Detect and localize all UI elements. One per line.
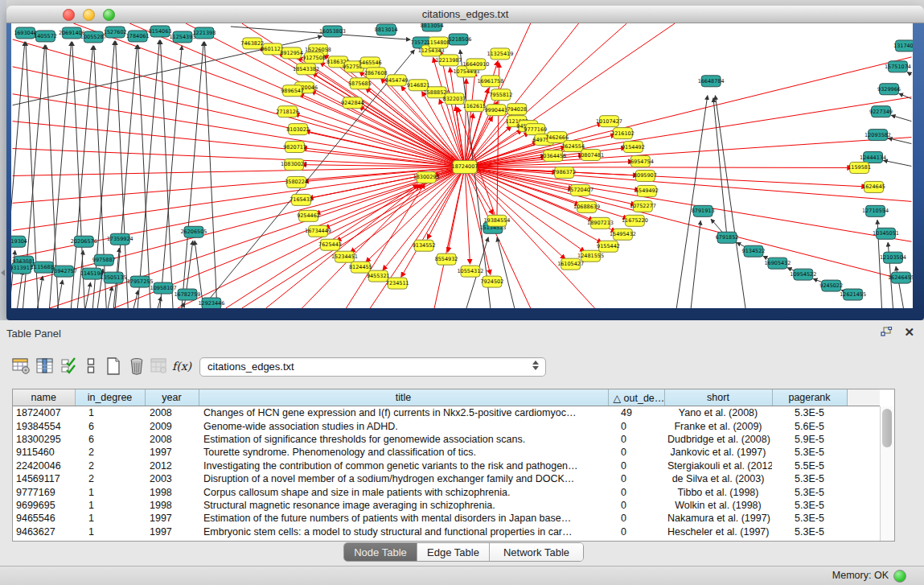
function-builder-button[interactable]: f(x) xyxy=(170,354,193,378)
cell-short[interactable]: Franke et al. (2009) xyxy=(664,419,772,432)
cell-title[interactable]: Tourette syndrome. Phenomenology and cla… xyxy=(199,446,608,459)
cell-year[interactable]: 2009 xyxy=(145,419,199,432)
cell-title[interactable]: Changes of HCN gene expression and I(f) … xyxy=(199,406,608,420)
cell-title[interactable]: Corpus callosum shape and size in male p… xyxy=(199,485,608,498)
cell-short[interactable]: Hescheler et al. (1997) xyxy=(664,525,772,538)
cell-short[interactable]: Stergiakouli et al. (2012) xyxy=(664,459,772,472)
cell-in_degree[interactable]: 1 xyxy=(75,512,145,525)
cell-name[interactable]: 14569117 xyxy=(13,472,75,485)
compact-view-button[interactable] xyxy=(84,354,98,378)
cell-pagerank[interactable]: 5.3E-5 xyxy=(772,446,847,459)
cell-out_de[interactable]: 0 xyxy=(608,446,664,459)
cell-year[interactable]: 1997 xyxy=(145,512,199,525)
window-titlebar[interactable]: citations_edges.txt xyxy=(6,6,924,23)
cell-out_de[interactable]: 49 xyxy=(608,406,664,420)
cell-name[interactable]: 9777169 xyxy=(13,485,75,498)
close-panel-button[interactable]: ✕ xyxy=(904,326,914,338)
table-row[interactable]: 946554611997Estimation of the future num… xyxy=(13,512,880,525)
table-row[interactable]: 1938455462009Genome‑wide association stu… xyxy=(13,419,880,432)
table-row[interactable]: 946362711997Embryonic stem cells: a mode… xyxy=(13,525,880,538)
cell-name[interactable]: 18724007 xyxy=(13,406,75,420)
cell-name[interactable]: 18300295 xyxy=(13,433,75,446)
column-select-button[interactable] xyxy=(34,354,56,378)
cell-short[interactable]: de Silva et al. (2003) xyxy=(664,472,772,485)
cell-name[interactable]: 9465546 xyxy=(13,512,75,525)
table-row[interactable]: 2242004622012Investigating the contribut… xyxy=(13,459,880,472)
cell-title[interactable]: Disruption of a novel member of a sodium… xyxy=(199,472,608,485)
cell-pagerank[interactable]: 5.3E-5 xyxy=(772,499,847,512)
cell-in_degree[interactable]: 2 xyxy=(75,446,145,459)
cell-short[interactable]: Jankovic et al. (1997) xyxy=(664,446,772,459)
cell-short[interactable]: Nakamura et al. (1997) xyxy=(664,512,772,525)
cell-short[interactable]: Dudbridge et al. (2008) xyxy=(664,433,772,446)
network-canvas[interactable]: 1693044140557220691406100552871527602178… xyxy=(11,23,913,308)
cell-in_degree[interactable]: 2 xyxy=(75,459,145,472)
cell-name[interactable]: 9115460 xyxy=(13,446,75,459)
cell-in_degree[interactable]: 6 xyxy=(75,419,145,432)
cell-short[interactable]: Wolkin et al. (1998) xyxy=(664,499,772,512)
cell-out_de[interactable]: 0 xyxy=(608,419,664,432)
cell-pagerank[interactable]: 5.3E-5 xyxy=(772,472,847,485)
cell-title[interactable]: Estimation of the future numbers of pati… xyxy=(199,512,608,525)
tab-network-table[interactable]: Network Table xyxy=(490,543,583,561)
table-row[interactable]: 969969511998Structural magnetic resonanc… xyxy=(13,499,880,512)
tab-edge-table[interactable]: Edge Table xyxy=(417,543,490,561)
cell-out_de[interactable]: 0 xyxy=(608,525,664,538)
cell-in_degree[interactable]: 1 xyxy=(75,499,145,512)
cell-out_de[interactable]: 0 xyxy=(608,512,664,525)
table-row[interactable]: 1872400712008Changes of HCN gene express… xyxy=(13,406,880,420)
cell-in_degree[interactable]: 1 xyxy=(75,485,145,498)
cell-year[interactable]: 2008 xyxy=(145,406,199,420)
cell-name[interactable]: 9463627 xyxy=(13,525,75,538)
cell-year[interactable]: 1998 xyxy=(145,499,199,512)
panel-collapse-arrow[interactable] xyxy=(1,270,5,276)
cell-short[interactable]: Tibbo et al. (1998) xyxy=(664,485,772,498)
delete-table-button[interactable] xyxy=(125,354,148,378)
cell-out_de[interactable]: 0 xyxy=(608,499,664,512)
table-row[interactable]: 911546021997Tourette syndrome. Phenomeno… xyxy=(13,446,880,459)
cell-in_degree[interactable]: 2 xyxy=(75,472,145,485)
memory-status-indicator[interactable] xyxy=(893,570,906,583)
table-settings-button[interactable] xyxy=(10,354,32,378)
cell-year[interactable]: 2012 xyxy=(145,459,199,472)
column-header-in_degree[interactable]: in_degree xyxy=(75,389,145,406)
cell-in_degree[interactable]: 1 xyxy=(75,525,145,538)
tab-node-table[interactable]: Node Table xyxy=(344,543,417,561)
table-scrollbar[interactable] xyxy=(880,406,894,541)
create-table-button[interactable] xyxy=(102,354,125,378)
cell-out_de[interactable]: 0 xyxy=(608,485,664,498)
cell-title[interactable]: Structural magnetic resonance image aver… xyxy=(199,499,608,512)
cell-pagerank[interactable]: 5.3E-5 xyxy=(772,485,847,498)
column-header-out_de[interactable]: △ out_de… xyxy=(608,389,664,406)
column-header-short[interactable]: short xyxy=(664,389,772,406)
cell-short[interactable]: Yano et al. (2008) xyxy=(664,406,772,420)
scrollbar-thumb[interactable] xyxy=(882,409,892,447)
cell-pagerank[interactable]: 5.6E-5 xyxy=(772,419,847,432)
cell-name[interactable]: 19384554 xyxy=(13,419,75,432)
column-header-name[interactable]: name xyxy=(13,389,75,406)
cell-pagerank[interactable]: 5.3E-5 xyxy=(772,512,847,525)
cell-year[interactable]: 1997 xyxy=(145,525,199,538)
cell-out_de[interactable]: 0 xyxy=(608,459,664,472)
cell-year[interactable]: 2008 xyxy=(145,433,199,446)
table-row[interactable]: 1456911722003Disruption of a novel membe… xyxy=(13,472,880,485)
float-panel-button[interactable] xyxy=(881,327,893,337)
import-table-button[interactable] xyxy=(148,354,170,378)
cell-out_de[interactable]: 0 xyxy=(608,433,664,446)
cell-name[interactable]: 22420046 xyxy=(13,459,75,472)
column-header-title[interactable]: title xyxy=(199,389,608,406)
cell-year[interactable]: 1998 xyxy=(145,485,199,498)
cell-pagerank[interactable]: 5.3E-5 xyxy=(772,406,847,420)
cell-out_de[interactable]: 0 xyxy=(608,472,664,485)
citation-network-graph[interactable]: 1693044140557220691406100552871527602178… xyxy=(11,23,913,308)
column-header-year[interactable]: year xyxy=(145,389,199,406)
cell-in_degree[interactable]: 6 xyxy=(75,433,145,446)
column-header-pagerank[interactable]: pagerank xyxy=(772,389,847,406)
table-row[interactable]: 1830029562008Estimation of significance … xyxy=(13,433,880,446)
row-select-button[interactable] xyxy=(58,354,80,378)
cell-title[interactable]: Investigating the contribution of common… xyxy=(199,459,608,472)
table-row[interactable]: 977716911998Corpus callosum shape and si… xyxy=(13,485,880,498)
cell-year[interactable]: 1997 xyxy=(145,446,199,459)
cell-in_degree[interactable]: 1 xyxy=(75,406,145,420)
cell-title[interactable]: Genome‑wide association studies in ADHD. xyxy=(199,419,608,432)
